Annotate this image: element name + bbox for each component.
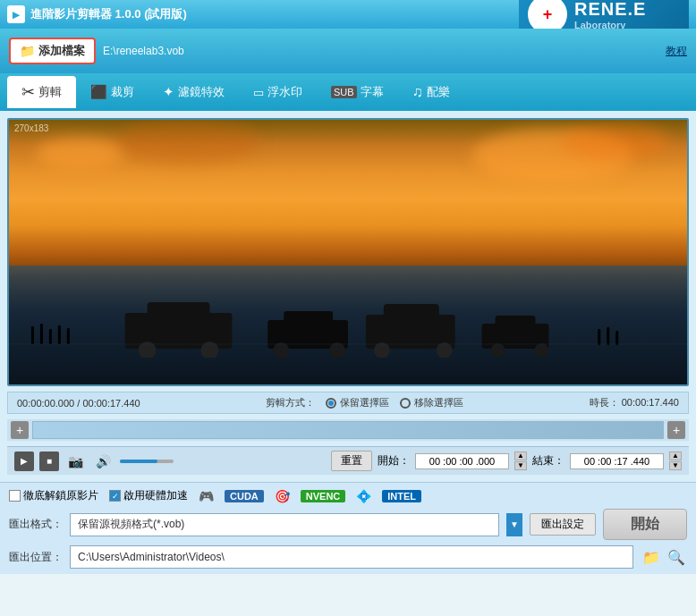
original-checkbox[interactable]	[9, 490, 21, 502]
tab-cut-icon: ✂	[21, 82, 35, 102]
original-label: 徹底解鎖原影片	[23, 488, 98, 503]
tab-filter-icon: ✦	[163, 84, 174, 100]
start-time-spinner[interactable]: ▲ ▼	[514, 451, 527, 470]
svg-rect-22	[607, 327, 609, 345]
video-timestamp: 270x183	[14, 123, 48, 133]
tab-crop-label: 裁剪	[111, 84, 134, 100]
format-row: 匯出格式： 保留源視頻格式(*.vob) ▼ 匯出設定	[9, 513, 596, 536]
end-time-up[interactable]: ▲	[669, 451, 682, 460]
add-file-button[interactable]: 📁 添加檔案	[9, 38, 96, 64]
svg-rect-1	[40, 324, 43, 344]
time-display: 00:00:00.000 / 00:00:17.440	[17, 398, 140, 409]
start-label: 開始：	[378, 453, 410, 468]
tab-crop-icon: ⬛	[90, 84, 107, 100]
file-path: E:\reneelab3.vob	[103, 45, 658, 57]
svg-rect-5	[125, 313, 233, 349]
time-info-row: 00:00:00.000 / 00:00:17.440 剪輯方式： 保留選擇區 …	[7, 392, 689, 414]
browse-folder-button[interactable]: 📁	[641, 546, 662, 568]
svg-rect-23	[615, 331, 618, 345]
hw-accel-label: 啟用硬體加速	[123, 488, 188, 503]
snapshot-button[interactable]: 📷	[64, 452, 87, 470]
duration-value: 00:00:17.440	[622, 397, 679, 408]
end-time-down[interactable]: ▼	[669, 461, 682, 470]
tutorial-link[interactable]: 教程	[666, 44, 687, 59]
remove-radio-dot[interactable]	[400, 398, 411, 409]
add-file-label: 添加檔案	[38, 43, 85, 59]
intel-badge: INTEL	[382, 490, 421, 502]
reset-button[interactable]: 重置	[331, 451, 372, 471]
original-checkbox-item[interactable]: 徹底解鎖原影片	[9, 488, 98, 503]
app-icon: ▶	[7, 5, 25, 23]
tab-subtitle-icon: SUB	[331, 86, 357, 98]
start-time-down[interactable]: ▼	[514, 461, 527, 470]
tab-audio-icon: ♫	[412, 84, 423, 100]
nvenc-icon: 🎯	[275, 489, 290, 503]
tab-watermark-label: 浮水印	[267, 84, 302, 100]
end-time-spinner[interactable]: ▲ ▼	[669, 451, 682, 470]
duration-group: 時長： 00:00:17.440	[590, 396, 679, 409]
svg-point-20	[534, 343, 548, 358]
svg-point-19	[491, 343, 505, 358]
export-settings-button[interactable]: 匯出設定	[530, 513, 596, 536]
nvenc-badge: NVENC	[301, 490, 346, 502]
tab-watermark[interactable]: ▭ 浮水印	[239, 76, 317, 108]
cut-mode-label: 剪輯方式：	[266, 396, 315, 409]
svg-rect-10	[284, 311, 333, 325]
search-path-button[interactable]: 🔍	[666, 546, 687, 568]
end-label: 結束：	[532, 453, 564, 468]
duration-label: 時長：	[590, 397, 619, 408]
format-label: 匯出格式：	[9, 517, 63, 532]
video-preview: 270x183	[7, 118, 689, 386]
svg-rect-18	[496, 316, 536, 328]
checkboxes-row: 徹底解鎖原影片 啟用硬體加速 🎮 CUDA 🎯 NVENC 💠 INTEL	[9, 488, 687, 503]
cuda-icon: 🎮	[199, 489, 214, 503]
remove-selection-radio[interactable]: 移除選擇區	[400, 396, 463, 409]
format-select[interactable]: 保留源視頻格式(*.vob)	[70, 513, 499, 536]
intel-icon: 💠	[356, 489, 371, 503]
tab-cut[interactable]: ✂ 剪輯	[7, 76, 76, 108]
logo-text: RENE.E	[574, 0, 646, 20]
svg-rect-14	[384, 304, 439, 320]
bottom-section: 徹底解鎖原影片 啟用硬體加速 🎮 CUDA 🎯 NVENC 💠 INTEL 匯出…	[0, 482, 696, 574]
output-row: 匯出位置： C:\Users\Administrator\Videos\ 📁 🔍	[9, 545, 687, 569]
zoom-in-button[interactable]: +	[667, 421, 685, 439]
svg-rect-3	[58, 325, 61, 344]
add-file-icon: 📁	[20, 44, 35, 58]
tab-audio[interactable]: ♫ 配樂	[398, 76, 464, 108]
format-value: 保留源視頻格式(*.vob)	[78, 517, 184, 532]
timeline-track[interactable]	[32, 421, 664, 439]
path-icons: 📁 🔍	[641, 546, 687, 568]
svg-rect-6	[148, 302, 210, 318]
controls-row: ▶ ■ 📷 🔊 重置 開始： ▲ ▼ 結束： ▲ ▼	[7, 446, 689, 475]
play-button[interactable]: ▶	[14, 451, 34, 471]
svg-rect-21	[598, 329, 600, 345]
format-dropdown-arrow[interactable]: ▼	[506, 513, 522, 536]
volume-slider[interactable]	[120, 460, 174, 463]
cut-mode-group: 剪輯方式： 保留選擇區 移除選擇區	[266, 396, 463, 409]
remove-selection-label: 移除選擇區	[414, 396, 463, 409]
start-time-up[interactable]: ▲	[514, 451, 527, 460]
tab-crop[interactable]: ⬛ 裁剪	[76, 76, 149, 108]
keep-radio-dot[interactable]	[326, 398, 336, 409]
output-path-display: C:\Users\Administrator\Videos\	[70, 545, 633, 569]
svg-rect-2	[49, 329, 52, 344]
output-path-text: C:\Users\Administrator\Videos\	[78, 551, 225, 563]
keep-selection-radio[interactable]: 保留選擇區	[326, 396, 389, 409]
volume-button[interactable]: 🔊	[92, 452, 115, 470]
hw-accel-checkbox[interactable]	[109, 490, 121, 502]
title-bar: ▶ 進階影片剪輯器 1.0.0 (試用版) + RENE.E Laborator…	[0, 0, 696, 29]
zoom-out-button[interactable]: +	[11, 421, 29, 439]
start-time-input[interactable]	[415, 453, 509, 469]
tab-subtitle[interactable]: SUB 字幕	[317, 76, 398, 108]
timeline-row: + +	[7, 419, 689, 441]
tabs-bar: ✂ 剪輯 ⬛ 裁剪 ✦ 濾鏡特效 ▭ 浮水印 SUB 字幕 ♫ 配樂	[0, 73, 696, 111]
tab-audio-label: 配樂	[427, 84, 450, 100]
end-time-input[interactable]	[570, 453, 664, 469]
tab-filter[interactable]: ✦ 濾鏡特效	[149, 76, 239, 108]
svg-rect-4	[67, 328, 70, 344]
hw-accel-checkbox-item[interactable]: 啟用硬體加速	[109, 488, 188, 503]
stop-button[interactable]: ■	[39, 451, 59, 471]
tab-subtitle-label: 字幕	[361, 84, 384, 100]
start-button[interactable]: 開始	[603, 509, 687, 540]
cuda-badge: CUDA	[225, 490, 264, 502]
